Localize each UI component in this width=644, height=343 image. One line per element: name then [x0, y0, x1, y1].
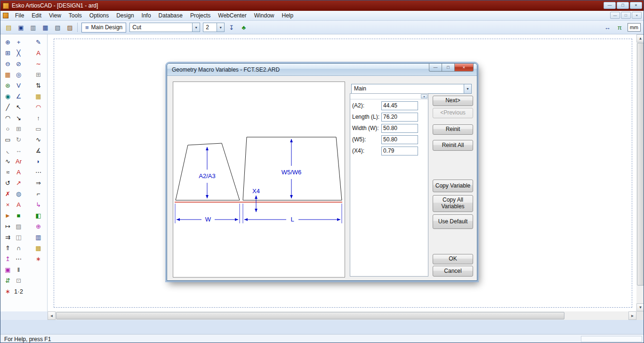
globe-icon[interactable]: ◍	[14, 189, 24, 199]
move-object-icon[interactable]: ⊞	[14, 124, 24, 134]
magenta-up-icon[interactable]: ↥	[3, 254, 13, 264]
main-design-button[interactable]: ≡ Main Design	[81, 23, 126, 33]
rebuild-tree-icon[interactable]: ♣	[238, 22, 249, 33]
menu-item[interactable]: Projects	[186, 11, 214, 20]
raise-icon[interactable]: ↑	[33, 113, 43, 123]
asterisk-tool-icon[interactable]: ∗	[3, 286, 13, 296]
menu-item[interactable]: Options	[86, 11, 113, 20]
fill-green-icon[interactable]: ■	[14, 211, 24, 220]
chevron-down-icon[interactable]: ▼	[464, 84, 471, 93]
pen-icon[interactable]: ✎	[33, 37, 43, 47]
line-icon[interactable]: ╱	[3, 102, 13, 112]
curve-icon[interactable]: ∿	[3, 156, 13, 166]
chevron-down-icon[interactable]: ▼	[192, 23, 200, 32]
menu-item[interactable]: View	[45, 11, 65, 20]
align-grid-icon[interactable]: ⊞	[33, 70, 43, 80]
dialog-maximize-button[interactable]: □	[442, 64, 455, 72]
variable-page-selector[interactable]: ▼	[350, 94, 428, 99]
swap-icon[interactable]: ⇵	[3, 276, 13, 286]
corner-icon[interactable]: ⌐	[33, 189, 43, 199]
nick-icon[interactable]: ‖	[14, 265, 24, 275]
rectangle-icon[interactable]: ▭	[3, 135, 13, 145]
ruler-icon[interactable]: ▭	[33, 124, 43, 134]
rotate-object-icon[interactable]: ↻	[14, 135, 24, 145]
green-panel-icon[interactable]: ◧	[33, 211, 43, 220]
cut-icon[interactable]: ✗	[3, 189, 13, 199]
menu-item[interactable]: Design	[113, 11, 137, 20]
double-right-icon[interactable]: ⇒	[33, 178, 43, 188]
angle-icon[interactable]: ∠	[14, 91, 24, 101]
horizontal-scroll-thumb[interactable]	[56, 312, 564, 319]
perf-icon[interactable]: ⋯	[14, 254, 24, 264]
pan-icon[interactable]: ⊛	[3, 81, 13, 90]
copy-variable-button[interactable]: Copy Variable	[433, 180, 473, 192]
reinit-button[interactable]: Reinit	[433, 124, 473, 135]
sheet-icon[interactable]: ▧	[52, 22, 63, 33]
menu-item[interactable]: Info	[138, 11, 155, 20]
import-icon[interactable]: ▥	[28, 22, 39, 33]
use-default-button[interactable]: Use Default	[433, 214, 473, 229]
pattern-grid-icon[interactable]: ▦	[3, 70, 13, 80]
arc-dim-icon[interactable]: ◠	[33, 102, 43, 112]
scroll-left-icon[interactable]: ◄	[48, 311, 56, 320]
parallel-arrows-icon[interactable]: ⇉	[3, 232, 13, 242]
extend-icon[interactable]: ↦	[3, 221, 13, 231]
dialog-close-button[interactable]: ×	[455, 64, 474, 72]
dots-icon[interactable]: ⋯	[33, 167, 43, 177]
previous-button[interactable]: <Previous	[433, 108, 473, 118]
hatch-icon[interactable]: ▨	[14, 221, 24, 231]
move-point-icon[interactable]: +	[14, 37, 24, 47]
layer-combobox[interactable]: Cut ▼	[129, 23, 200, 32]
mdi-minimize-button[interactable]: —	[610, 12, 620, 19]
select-remove-icon[interactable]: ↘	[14, 113, 24, 123]
variable-group-combobox[interactable]: Main ▼	[351, 84, 472, 94]
dialog-titlebar[interactable]: Geometry Macro Variables - FCT.SE2.ARD —…	[167, 64, 477, 76]
menu-item[interactable]: File	[11, 11, 28, 20]
up-arrow-icon[interactable]: ⇑	[3, 243, 13, 253]
workspace-icon[interactable]: ▨	[64, 22, 75, 33]
field-input-x4[interactable]	[381, 147, 418, 155]
vertical-scrollbar[interactable]: ▲ ▼	[636, 34, 644, 311]
save-icon[interactable]: ▣	[16, 22, 26, 33]
annotation-text-icon[interactable]: Ar	[14, 156, 24, 166]
sine-icon[interactable]: ∿	[33, 135, 43, 145]
zoom-out-icon[interactable]: ⊖	[3, 59, 13, 69]
field-input-length[interactable]	[381, 113, 418, 122]
blue-grid-icon[interactable]: ▥	[33, 232, 43, 242]
open-icon[interactable]: ▤	[3, 22, 14, 33]
eyedropper-icon[interactable]: ◉	[3, 91, 13, 101]
italic-text-icon[interactable]: A	[14, 200, 24, 210]
mdi-restore-button[interactable]: □	[621, 12, 631, 19]
field-input-a2[interactable]	[381, 101, 418, 110]
cancel-button[interactable]: Cancel	[433, 266, 473, 277]
mirror-object-icon[interactable]: ↔	[14, 146, 24, 155]
chevron-down-icon[interactable]: ▼	[217, 23, 224, 32]
intersect-icon[interactable]: ╳	[14, 48, 24, 58]
trim-icon[interactable]: ⊘	[14, 59, 24, 69]
field-input-w5[interactable]	[381, 135, 418, 144]
bridge-icon[interactable]: ∩	[14, 243, 24, 253]
scale-1-2-icon[interactable]: 1·2	[14, 286, 24, 296]
table-icon[interactable]: ▦	[40, 22, 51, 33]
bench-icon[interactable]: π	[614, 22, 625, 33]
zoom-window-icon[interactable]: ⊞	[3, 48, 13, 58]
horizontal-scrollbar[interactable]: ◄ ►	[48, 311, 636, 320]
scroll-right-icon[interactable]: ►	[628, 311, 636, 320]
pin-icon[interactable]: ↧	[226, 22, 237, 33]
units-button[interactable]: mm	[628, 23, 641, 32]
fit-width-icon[interactable]: ↔	[602, 22, 613, 33]
menu-item[interactable]: Tools	[65, 11, 86, 20]
center-point-icon[interactable]: ◎	[14, 70, 24, 80]
scale-combobox[interactable]: 2 ▼	[203, 23, 225, 32]
delete-icon[interactable]: ×	[3, 200, 13, 210]
dialog-minimize-button[interactable]: —	[429, 64, 442, 72]
circle-icon[interactable]: ○	[3, 124, 13, 134]
board-icon[interactable]: ⊡	[14, 276, 24, 286]
check-v-icon[interactable]: V	[14, 81, 24, 90]
dimension-text-icon[interactable]: A	[33, 48, 43, 58]
zoom-in-icon[interactable]: ⊕	[3, 37, 13, 47]
field-input-width[interactable]	[381, 124, 418, 133]
menu-item[interactable]: Database	[155, 11, 186, 20]
minimize-button[interactable]: —	[604, 2, 616, 9]
arrowhead-icon[interactable]: ►	[3, 211, 13, 220]
